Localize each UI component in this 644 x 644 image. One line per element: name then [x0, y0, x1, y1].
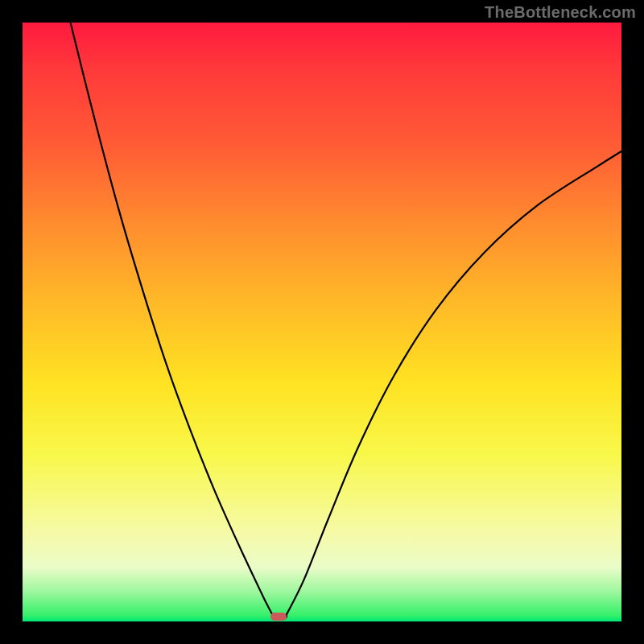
plot-area — [23, 23, 621, 621]
curve-svg — [23, 23, 621, 621]
chart-frame: TheBottleneck.com — [0, 0, 644, 644]
bottleneck-curve — [71, 23, 621, 618]
optimal-marker — [270, 613, 287, 621]
watermark-text: TheBottleneck.com — [485, 3, 636, 22]
